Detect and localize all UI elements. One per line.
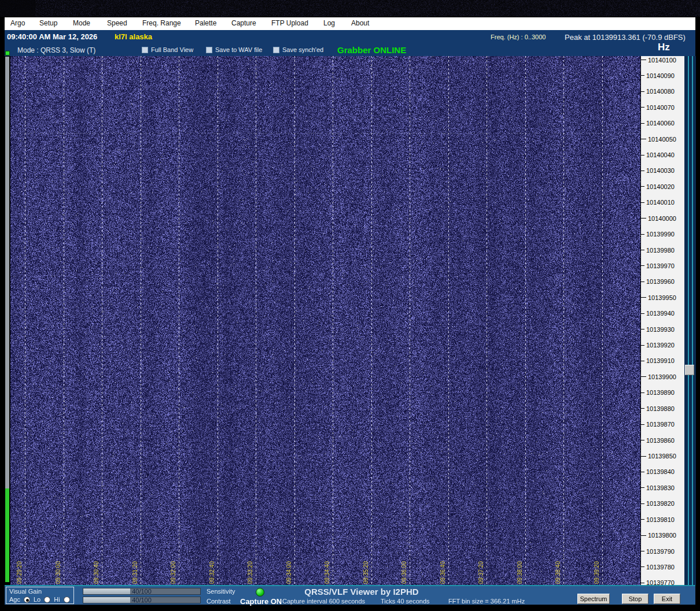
freq-label-row: 10139900 (641, 373, 676, 380)
menu-item-freq-range[interactable]: Freq. Range (142, 19, 181, 27)
freq-label-row: 10139830 (641, 484, 675, 491)
menu-item-ftp-upload[interactable]: FTP Upload (271, 19, 308, 27)
time-label: 09:30:40 (93, 561, 100, 584)
spectrogram-area[interactable]: 09:29:2009:30:0009:30:4009:31:2009:32:00… (10, 56, 640, 585)
freq-label-row: 10140020 (641, 183, 675, 190)
contrast-label: Contrast (207, 598, 231, 605)
freq-label-row: 10139850 (641, 453, 676, 460)
frequency-scroll-thumb[interactable] (685, 365, 694, 375)
radio-lo[interactable] (44, 597, 50, 603)
freq-range-label: Freq. (Hz) : 0..3000 (491, 34, 546, 40)
menu-item-setup[interactable]: Setup (39, 19, 57, 27)
freq-label-row: 10139950 (641, 294, 676, 301)
contrast-slider[interactable]: 40/100 (83, 597, 201, 603)
capture-progress-track (5, 57, 9, 582)
exit-button[interactable]: Exit (654, 594, 680, 604)
sensitivity-label: Sensitivity (207, 588, 235, 595)
freq-label: 10139860 (646, 437, 675, 444)
freq-label-row: 10139990 (641, 231, 675, 238)
menu-item-mode[interactable]: Mode (73, 19, 90, 27)
freq-tick (641, 440, 644, 440)
ticks-label: Ticks 40 seconds (381, 598, 430, 605)
freq-tick (641, 123, 644, 124)
freq-tick (641, 155, 644, 155)
time-label: 09:39:20 (594, 561, 600, 584)
stop-button[interactable]: Stop (622, 594, 649, 604)
capture-status-label: Capture ON (240, 597, 282, 606)
checkbox-label: Full Band View (151, 46, 193, 53)
freq-label-row: 10139770 (641, 579, 675, 585)
freq-label: 10140100 (648, 57, 676, 64)
sensitivity-slider-value: 40/100 (83, 588, 200, 595)
checkbox-icon[interactable] (142, 47, 148, 53)
fft-bin-size-label: FFT bin size = 366.21 mHz (448, 598, 525, 605)
freq-label-row: 10140050 (641, 135, 676, 143)
checkbox-save-to-wav-file[interactable]: Save to WAV file (206, 46, 262, 53)
freq-label: 10139900 (648, 373, 676, 380)
sensitivity-slider[interactable]: 40/100 (83, 588, 201, 595)
freq-label: 10139960 (646, 278, 675, 285)
freq-tick (641, 566, 644, 567)
freq-tick (641, 535, 646, 536)
right-slider-track[interactable] (684, 56, 696, 585)
freq-label: 10140000 (648, 215, 676, 222)
freq-label-row: 10139820 (641, 500, 675, 508)
menu-item-palette[interactable]: Palette (195, 19, 216, 27)
spectrogram-canvas[interactable] (10, 56, 640, 585)
mode-label: Mode : QRSS 3, Slow (T) (17, 46, 95, 54)
capture-interval-label: Capture interval 600 seconds (282, 598, 365, 605)
menu-item-about[interactable]: About (351, 19, 369, 27)
freq-tick (641, 265, 644, 266)
freq-tick (641, 408, 644, 409)
freq-label-row: 10139800 (641, 532, 676, 539)
time-label: 09:38:00 (517, 561, 523, 584)
menu-item-argo[interactable]: Argo (10, 19, 25, 27)
grabber-status: Grabber ONLINE (337, 45, 406, 55)
argo-app-window: ArgoSetupModeSpeedFreq. RangePaletteCapt… (0, 0, 700, 611)
spectrum-button[interactable]: Spectrum (577, 594, 610, 604)
freq-tick (641, 551, 644, 551)
freq-label: 10139770 (646, 579, 675, 585)
freq-label: 10139800 (648, 532, 676, 539)
checkbox-label: Save to WAV file (215, 46, 262, 53)
freq-label-row: 10139920 (641, 342, 675, 349)
freq-label: 10139830 (646, 484, 675, 491)
freq-label-row: 10140090 (641, 72, 675, 79)
menu-item-log[interactable]: Log (323, 19, 335, 27)
capture-progress-fill (5, 488, 9, 582)
time-label: 09:34:40 (324, 561, 330, 584)
time-label: 09:30:00 (55, 561, 61, 584)
radio-agc[interactable] (24, 597, 30, 603)
menu-item-capture[interactable]: Capture (231, 19, 256, 27)
time-label: 09:37:20 (478, 561, 484, 584)
freq-label-row: 10139860 (641, 436, 675, 444)
freq-label: 10139990 (646, 231, 675, 238)
freq-label: 10139930 (646, 326, 675, 333)
freq-label-row: 10140000 (641, 214, 676, 222)
freq-tick (641, 519, 644, 520)
checkbox-icon[interactable] (273, 47, 279, 53)
time-label: 09:35:20 (363, 561, 369, 584)
time-label: 09:38:40 (555, 561, 561, 584)
freq-label: 10139780 (646, 564, 675, 571)
freq-label: 10140090 (646, 72, 675, 79)
freq-tick (641, 91, 644, 92)
freq-label-row: 10139960 (641, 278, 675, 286)
freq-label-row: 10139930 (641, 325, 675, 333)
checkbox-save-synch-ed[interactable]: Save synch'ed (273, 46, 323, 53)
checkbox-full-band-view[interactable]: Full Band View (142, 46, 193, 53)
time-label: 09:36:40 (440, 561, 446, 584)
freq-label: 10140070 (646, 104, 675, 111)
freq-tick (641, 75, 644, 76)
freq-label: 10140020 (646, 183, 675, 190)
freq-label-row: 10139980 (641, 246, 675, 254)
freq-label-row: 10139940 (641, 310, 675, 317)
freq-label-row: 10140040 (641, 151, 675, 159)
menu-item-speed[interactable]: Speed (107, 19, 127, 27)
checkbox-label: Save synch'ed (282, 46, 323, 53)
freq-label-row: 10139840 (641, 468, 675, 476)
checkbox-icon[interactable] (206, 47, 212, 53)
freq-tick (641, 297, 646, 298)
time-label: 09:32:40 (209, 561, 215, 584)
radio-hi[interactable] (64, 597, 70, 603)
